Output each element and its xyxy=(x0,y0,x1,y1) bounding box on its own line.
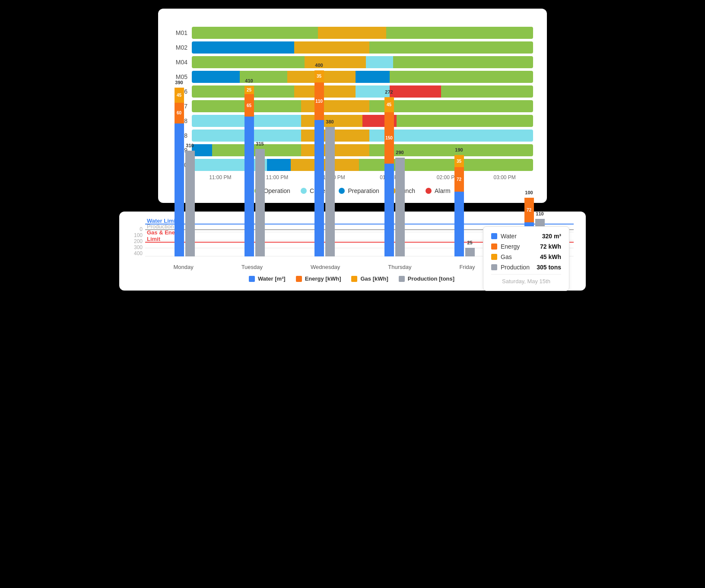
gas-bar-label: 45 xyxy=(177,93,181,98)
tooltip-date: Saturday, May 15th xyxy=(491,274,561,285)
res-legend-item: Energy [kWh] xyxy=(296,275,341,282)
op-segment xyxy=(301,144,369,156)
op-segment xyxy=(393,56,533,68)
production-bar-segment xyxy=(395,158,405,256)
water-bar-segment xyxy=(384,164,394,256)
op-row: M08 xyxy=(172,130,533,142)
tooltip-item-name: Production xyxy=(501,264,530,271)
legend-dot-icon xyxy=(301,188,307,194)
res-legend-item: Gas [kWh] xyxy=(351,275,388,282)
op-segment xyxy=(192,41,294,54)
tooltip-row: Energy72 kWh xyxy=(491,243,561,250)
tooltip-item-value: 305 tons xyxy=(537,264,561,271)
op-segment xyxy=(192,85,294,98)
production-top-label: 25 xyxy=(467,240,472,245)
res-x-label: Friday xyxy=(459,264,475,272)
op-row: M02 xyxy=(172,41,533,54)
resource-card: 4003002001000 Water LimitGas & EnergyLim… xyxy=(119,212,586,291)
bar-top-label: 390 xyxy=(175,80,183,85)
op-segment xyxy=(390,85,441,98)
production-bar-segment xyxy=(465,248,475,256)
water-bar-segment xyxy=(454,192,464,256)
operation-x-axis: 11:00 PM11:00 PM12:00 PM01:00 PM02:00 PM… xyxy=(192,174,533,180)
tooltip-item-name: Gas xyxy=(501,253,512,260)
res-legend-color-icon xyxy=(296,276,302,282)
op-segment xyxy=(386,27,533,39)
production-bar-segment xyxy=(185,151,195,256)
res-y-label: 200 xyxy=(130,238,145,244)
res-legend-label: Water [m³] xyxy=(258,275,286,282)
op-bar xyxy=(192,71,533,83)
op-bar xyxy=(192,100,533,112)
production-bar-col: 380 xyxy=(325,127,335,256)
op-row: M07 xyxy=(172,100,533,112)
day-group: 40035110380 xyxy=(314,70,335,256)
res-y-label: 400 xyxy=(130,250,145,256)
op-row: M09 xyxy=(172,144,533,156)
res-legend-color-icon xyxy=(249,276,255,282)
production-bar-col: 25 xyxy=(465,248,475,256)
bar-top-label: 410 xyxy=(245,78,253,83)
production-bar-col: 290 xyxy=(395,158,405,256)
day-group: 27245150290 xyxy=(384,97,405,256)
op-bar xyxy=(192,130,533,142)
water-bar-col: 40035110 xyxy=(314,70,324,256)
tooltip-item-value: 72 kWh xyxy=(540,243,561,250)
tooltip-color-icon xyxy=(491,243,497,250)
op-row-label: M05 xyxy=(172,73,187,80)
energy-bar-segment: 72 xyxy=(524,198,534,222)
production-bar-col: 310 xyxy=(185,151,195,256)
energy-bar-segment: 150 xyxy=(384,112,394,164)
energy-bar-segment: 60 xyxy=(175,103,184,123)
legend-label: Alarm xyxy=(435,187,451,194)
res-legend-label: Gas [kWh] xyxy=(360,275,388,282)
tooltip-label-group: Gas xyxy=(491,253,512,260)
op-axis-label: 11:00 PM xyxy=(192,174,249,180)
energy-bar-segment: 110 xyxy=(314,82,324,120)
gas-bar-label: 45 xyxy=(387,102,391,107)
water-bar-col: 1903572 xyxy=(454,155,464,256)
op-segment xyxy=(192,27,318,39)
op-segment xyxy=(301,100,369,112)
tooltip-item-name: Water xyxy=(501,233,517,240)
bar-top-label: 100 xyxy=(525,190,533,195)
day-group: 3904560310 xyxy=(175,88,195,256)
bar-top-label: 272 xyxy=(385,89,393,95)
production-bar-segment xyxy=(255,149,265,256)
resource-tooltip: Water320 m³Energy72 kWhGas45 kWhProducti… xyxy=(483,226,569,291)
op-row: M06 xyxy=(172,85,533,98)
energy-bar-segment: 65 xyxy=(245,94,254,116)
tooltip-label-group: Energy xyxy=(491,243,520,250)
op-row-label: M01 xyxy=(172,29,187,36)
gas-bar-segment: 25 xyxy=(245,86,254,95)
op-bar xyxy=(192,41,533,54)
op-segment xyxy=(192,71,240,83)
energy-bar-label: 72 xyxy=(457,177,461,182)
water-bar-col: 27245150 xyxy=(384,97,394,256)
production-top-label: 380 xyxy=(326,119,333,124)
energy-bar-label: 72 xyxy=(527,208,531,212)
production-bar-col: 315 xyxy=(255,149,265,256)
tooltip-item-name: Energy xyxy=(501,243,520,250)
op-row: M05 xyxy=(172,71,533,83)
res-legend-item: Production [tons] xyxy=(399,275,454,282)
op-segment xyxy=(267,159,291,171)
production-top-label: 315 xyxy=(256,141,264,146)
tooltip-row: Water320 m³ xyxy=(491,233,561,240)
res-x-label: Monday xyxy=(173,264,193,272)
gas-bar-segment: 35 xyxy=(314,70,324,82)
op-segment xyxy=(305,56,366,68)
tooltip-color-icon xyxy=(491,233,497,239)
op-segment xyxy=(366,56,393,68)
gas-bar-label: 35 xyxy=(317,74,321,79)
tooltip-label-group: Water xyxy=(491,233,517,240)
tooltip-label-group: Production xyxy=(491,264,530,271)
legend-label: Operation xyxy=(264,187,290,194)
operation-card: M01M02M04M05M06M07M08M08M09M10 11:00 PM1… xyxy=(158,9,547,203)
op-segment xyxy=(390,71,533,83)
res-x-label: Wednesday xyxy=(311,264,340,272)
tooltip-row: Production305 tons xyxy=(491,264,561,271)
gas-bar-segment: 45 xyxy=(384,97,394,113)
op-axis-label: 03:00 PM xyxy=(476,174,533,180)
water-bar-segment xyxy=(175,123,184,256)
